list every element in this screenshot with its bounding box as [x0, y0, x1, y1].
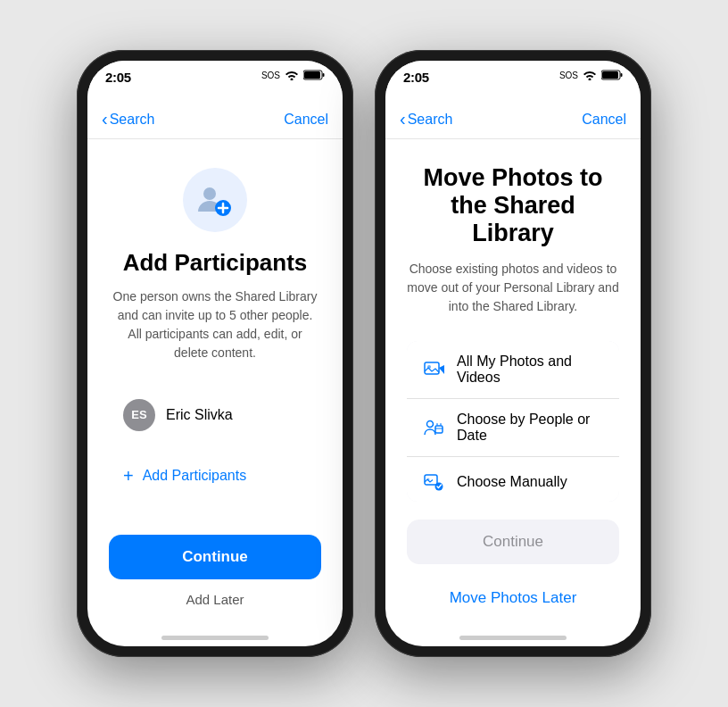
- svg-rect-8: [425, 362, 439, 374]
- choose-manually-icon: [423, 471, 444, 493]
- wifi-icon-2: [583, 70, 597, 80]
- option-icon-people: [421, 415, 446, 440]
- people-date-icon: [423, 417, 444, 438]
- phone1-subtitle: One person owns the Shared Library and c…: [109, 287, 321, 362]
- svg-rect-2: [323, 73, 325, 77]
- status-icons-2: SOS: [559, 70, 623, 80]
- status-bar-2: 2:05 SOS: [385, 61, 641, 100]
- add-participants-row[interactable]: + Add Participants: [109, 455, 321, 496]
- participants-list: ES Eric Slivka: [109, 387, 321, 443]
- participant-avatar: ES: [123, 399, 155, 431]
- continue-button-1[interactable]: Continue: [109, 535, 321, 579]
- option-row-all[interactable]: All My Photos and Videos: [407, 341, 619, 399]
- status-bar-1: 2:05 SOS: [87, 61, 343, 100]
- option-icon-all: [421, 357, 446, 382]
- battery-icon-2: [601, 70, 623, 80]
- photos-videos-icon: [423, 359, 444, 380]
- home-indicator-1: [87, 628, 343, 646]
- continue-button-2[interactable]: Continue: [407, 520, 619, 564]
- add-later-button[interactable]: Add Later: [186, 592, 244, 607]
- nav-bar-1: ‹ Search Cancel: [87, 100, 343, 139]
- svg-rect-12: [435, 426, 443, 433]
- wifi-icon-1: [285, 70, 299, 80]
- phone2-footer: Continue Move Photos Later: [407, 502, 619, 607]
- signal-label-2: SOS: [559, 71, 578, 80]
- back-label-1: Search: [110, 112, 155, 128]
- svg-rect-7: [621, 73, 623, 77]
- phone1-title: Add Participants: [123, 250, 308, 277]
- svg-rect-1: [304, 71, 320, 79]
- back-chevron-1: ‹: [102, 110, 108, 128]
- add-plus-icon: +: [123, 467, 134, 485]
- cancel-button-2[interactable]: Cancel: [582, 112, 626, 128]
- phone2-content: Move Photos to the Shared Library Choose…: [385, 139, 641, 628]
- option-row-manual[interactable]: Choose Manually: [407, 457, 619, 502]
- battery-icon-1: [303, 70, 325, 80]
- back-label-2: Search: [408, 112, 453, 128]
- option-label-people: Choose by People or Date: [457, 412, 605, 444]
- participant-name: Eric Slivka: [166, 407, 233, 423]
- phone-2: 2:05 SOS ‹ Search: [375, 50, 651, 657]
- back-chevron-2: ‹: [400, 110, 406, 128]
- svg-marker-9: [439, 365, 444, 374]
- option-label-manual: Choose Manually: [457, 474, 567, 490]
- phone2-title: Move Photos to the Shared Library: [407, 164, 619, 247]
- svg-rect-6: [602, 71, 618, 79]
- move-photos-later-button[interactable]: Move Photos Later: [450, 589, 577, 607]
- home-indicator-2: [385, 628, 641, 646]
- back-button-2[interactable]: ‹ Search: [400, 111, 452, 128]
- nav-bar-2: ‹ Search Cancel: [385, 100, 641, 139]
- participant-icon: [183, 168, 247, 232]
- phone-1: 2:05 SOS ‹: [77, 50, 353, 657]
- phone2-subtitle: Choose existing photos and videos to mov…: [407, 260, 619, 316]
- status-time-1: 2:05: [105, 70, 131, 85]
- status-time-2: 2:05: [403, 70, 429, 85]
- cancel-button-1[interactable]: Cancel: [284, 112, 328, 128]
- home-bar-1: [161, 636, 269, 640]
- participants-svg: [196, 181, 234, 219]
- participant-row: ES Eric Slivka: [109, 387, 321, 443]
- add-participants-label: Add Participants: [143, 468, 247, 484]
- option-label-all: All My Photos and Videos: [457, 354, 605, 386]
- phone1-content: Add Participants One person owns the Sha…: [87, 139, 343, 628]
- svg-point-11: [427, 421, 434, 428]
- scene: 2:05 SOS ‹: [77, 50, 651, 657]
- option-row-people[interactable]: Choose by People or Date: [407, 399, 619, 457]
- status-icons-1: SOS: [261, 70, 325, 80]
- option-icon-manual: [421, 470, 446, 495]
- svg-point-3: [203, 187, 216, 200]
- back-button-1[interactable]: ‹ Search: [102, 111, 154, 128]
- signal-label-1: SOS: [261, 71, 280, 80]
- home-bar-2: [459, 636, 567, 640]
- options-section: All My Photos and Videos Choose: [407, 341, 619, 502]
